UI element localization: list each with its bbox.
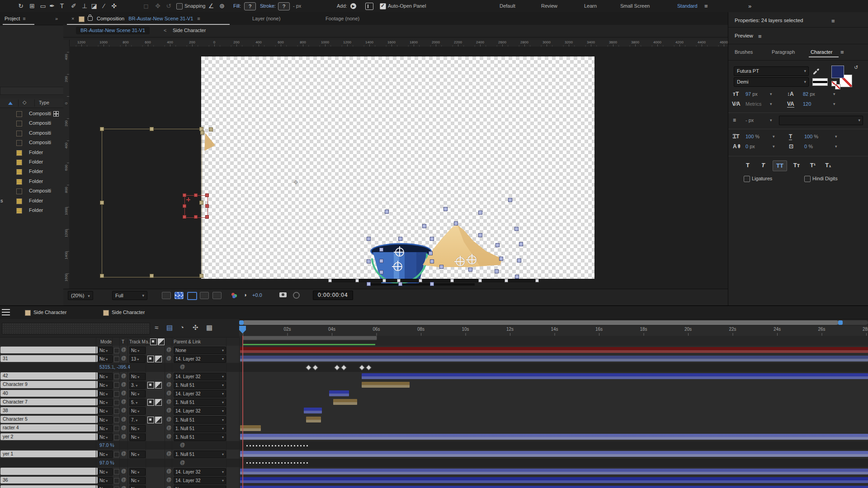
parent-column-header[interactable]: Parent & Link <box>174 338 201 346</box>
project-row[interactable]: Folder <box>0 167 63 176</box>
effects-checkbox[interactable] <box>114 400 119 405</box>
tab-brushes[interactable]: Brushes <box>735 49 753 55</box>
timeline-tab-1[interactable]: Side Character <box>33 306 66 319</box>
selection-handle[interactable] <box>183 204 186 208</box>
hindi-digits-checkbox[interactable] <box>804 176 811 182</box>
choose-grid-guides-icon[interactable] <box>162 292 171 299</box>
exposure-value[interactable]: +0.0 <box>252 292 262 298</box>
parent-pickwhip-icon[interactable]: @ <box>166 468 171 474</box>
selection-handle[interactable] <box>519 242 523 246</box>
selection-handle[interactable] <box>328 279 332 282</box>
rotate-snap-icon[interactable]: ⊚ <box>217 0 227 12</box>
footage-tab[interactable]: Footage (none) <box>326 12 359 25</box>
selection-handle[interactable] <box>505 279 508 282</box>
trkmat-pickwhip-icon[interactable]: @ <box>121 477 126 482</box>
layer-duration-bar[interactable] <box>240 347 868 353</box>
trkmat-dropdown[interactable]: Nc▾ <box>129 433 146 441</box>
workspace-small-screen[interactable]: Small Screen <box>620 0 650 12</box>
anchor-point-target-icon[interactable] <box>395 248 404 257</box>
flattened-layer-bar-2[interactable] <box>371 283 475 286</box>
parent-pickwhip-icon[interactable]: @ <box>166 450 171 456</box>
header-luma-matte-icon[interactable] <box>158 338 165 345</box>
layer-name[interactable]: yer 1 <box>0 450 98 458</box>
keyframe-diamond-icon[interactable] <box>312 365 318 371</box>
composition-canvas[interactable]: ✥ <box>69 47 728 289</box>
layer-duration-bar[interactable] <box>240 356 868 361</box>
character-menu-icon[interactable]: ≡ <box>840 49 844 56</box>
property-stopwatch-icon[interactable]: @ <box>180 460 185 465</box>
fill-color-swatch[interactable] <box>831 66 844 78</box>
alpha-matte-toggle[interactable] <box>147 417 154 423</box>
selection-handle[interactable] <box>508 198 512 202</box>
parent-link-dropdown[interactable]: 14. Layer 32▾ <box>174 390 226 398</box>
preview-options-icon[interactable] <box>212 292 222 299</box>
selection-handle[interactable] <box>385 210 389 214</box>
layer-name[interactable]: 31 <box>0 355 98 362</box>
properties-panel-title[interactable]: Properties: 24 layers selected <box>735 18 803 23</box>
parent-link-dropdown[interactable]: 1. Null 51▾ <box>174 450 226 458</box>
stroke-width-caret[interactable]: ▾ <box>770 118 772 122</box>
kerning-value[interactable]: Metrics <box>745 101 761 107</box>
anchor-point-target-icon[interactable] <box>456 257 465 266</box>
keyframe-diamond-icon[interactable] <box>366 365 372 371</box>
mode-column-header[interactable]: Mode <box>100 338 112 346</box>
effects-checkbox[interactable] <box>114 348 119 353</box>
layer-name[interactable]: 42 <box>0 372 98 380</box>
selection-handle[interactable] <box>398 282 402 286</box>
blend-mode-dropdown[interactable]: Nc▾ <box>98 485 113 488</box>
tab-character[interactable]: Character <box>811 49 832 55</box>
composition-tab[interactable]: Composition BR-Austar-New Scene 31-V1 ≡ <box>97 12 200 25</box>
trkmat-pickwhip-icon[interactable]: @ <box>121 407 126 413</box>
parent-link-dropdown[interactable]: 1. Null 51▾ <box>174 416 226 424</box>
trkmat-pickwhip-icon[interactable]: @ <box>121 390 126 395</box>
blend-mode-dropdown[interactable]: Nc▾ <box>98 381 113 389</box>
parent-link-dropdown[interactable]: None▾ <box>174 347 226 354</box>
layer-name[interactable]: Character 7 <box>0 399 98 406</box>
selection-handle[interactable] <box>150 274 154 278</box>
workspace-menu-icon[interactable]: ≡ <box>704 0 708 12</box>
angle-snap-icon[interactable]: ∠ <box>206 0 216 12</box>
close-tab-icon[interactable]: × <box>71 12 74 25</box>
parent-pickwhip-icon[interactable]: @ <box>166 390 171 395</box>
selection-handle[interactable] <box>205 215 209 219</box>
selection-handle[interactable] <box>495 269 499 273</box>
trkmat-dropdown[interactable]: Nc▾ <box>129 468 146 476</box>
motion-blur-icon[interactable]: ◔ <box>180 324 184 331</box>
layer-name[interactable]: 36 <box>0 477 98 484</box>
swap-fill-stroke-icon[interactable]: ↺ <box>854 65 858 70</box>
layer-row[interactable]: 36Nc▾@Nc▾@14. Layer 32▾ <box>0 476 868 485</box>
layer-row[interactable]: racter 4Nc▾@Nc▾@1. Null 51▾ <box>0 424 868 433</box>
property-stopwatch-icon[interactable]: @ <box>180 364 185 369</box>
trkmat-pickwhip-icon[interactable]: @ <box>121 450 126 456</box>
parent-link-dropdown[interactable]: 14. Layer 32▾ <box>174 355 226 363</box>
layer-duration-bar[interactable] <box>240 469 868 474</box>
timeline-scroll-thumb[interactable] <box>243 320 839 325</box>
font-family-dropdown[interactable]: Futura PT▾ <box>734 66 809 76</box>
workspace-default[interactable]: Default <box>500 0 515 12</box>
selection-handle[interactable] <box>367 282 371 286</box>
layer-row[interactable]: yer 1Nc▾@Nc▾@1. Null 51▾ <box>0 450 868 459</box>
trkmat-dropdown[interactable]: Nc▾ <box>129 450 146 458</box>
rotation-tool[interactable]: ↻ <box>16 0 26 12</box>
property-row[interactable]: 97.0 %@ <box>0 459 868 468</box>
parent-pickwhip-icon[interactable]: @ <box>166 477 171 482</box>
layer-duration-bar[interactable] <box>240 477 868 483</box>
project-row[interactable]: Compositi <box>0 128 63 138</box>
superscript-button[interactable]: T¹ <box>806 160 820 170</box>
layer-tab[interactable]: Layer (none) <box>252 12 280 25</box>
project-menu-icon[interactable]: ≡ <box>23 16 25 21</box>
label-color-column-icon[interactable]: ◇ <box>23 99 26 105</box>
parent-link-dropdown[interactable]: 1. Null 51▾ <box>174 399 226 406</box>
parent-pickwhip-icon[interactable]: @ <box>166 355 171 361</box>
parent-link-dropdown[interactable]: 1. Null 51▾ <box>174 381 226 389</box>
property-row[interactable]: 97.0 %@ <box>0 441 868 450</box>
roto-brush-tool[interactable]: ∕ <box>99 0 109 12</box>
default-swatch-icon-2[interactable] <box>835 84 840 89</box>
leading-caret[interactable]: ▾ <box>833 92 835 96</box>
selection-handle[interactable] <box>355 279 359 282</box>
trkmat-column-header[interactable]: Track Ma.. <box>129 338 151 346</box>
comp-mini-flowchart-icon[interactable]: ≈ <box>155 324 158 331</box>
keyframe-diamond-icon[interactable] <box>359 365 365 371</box>
blend-mode-dropdown[interactable]: Nc▾ <box>98 468 113 476</box>
selection-handle[interactable] <box>205 193 209 197</box>
